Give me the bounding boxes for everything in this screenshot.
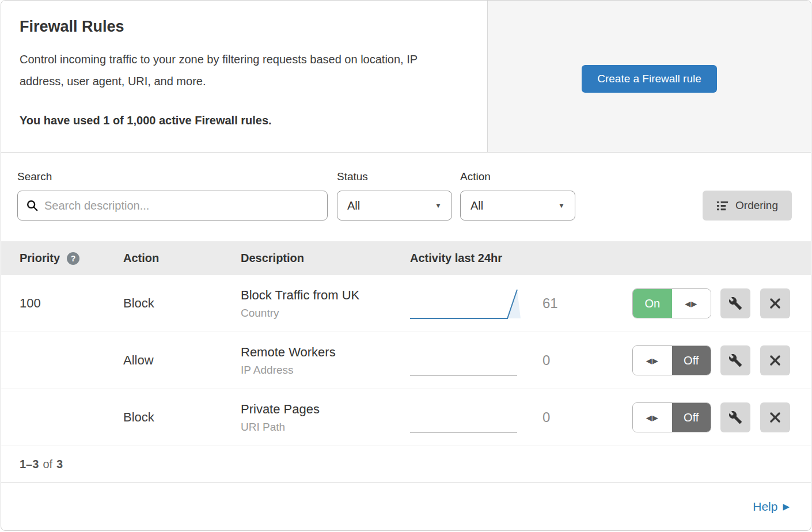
action-select[interactable]: All ▼ bbox=[460, 191, 575, 221]
activity-count: 61 bbox=[542, 295, 558, 311]
firewall-rules-page: Firewall Rules Control incoming traffic … bbox=[1, 0, 811, 531]
chevron-down-icon: ▼ bbox=[435, 202, 442, 210]
action-filter-group: Action All ▼ bbox=[460, 170, 575, 221]
usage-summary: You have used 1 of 1,000 active Firewall… bbox=[20, 114, 464, 127]
filter-bar: Search Status All ▼ Action All ▼ bbox=[1, 170, 811, 241]
description-cell: Private Pages URI Path bbox=[241, 402, 410, 434]
rule-match-type: IP Address bbox=[241, 364, 410, 377]
activity-count: 0 bbox=[542, 409, 550, 425]
action-cell: Allow bbox=[123, 353, 241, 368]
toggle-drag-handle-icon: ◂▸ bbox=[633, 346, 672, 375]
pagination-of-label: of bbox=[43, 458, 52, 471]
search-input[interactable] bbox=[44, 199, 319, 212]
row-controls: On ◂▸ bbox=[632, 288, 790, 318]
pagination-total: 3 bbox=[56, 458, 63, 471]
pagination-bar: 1–3 of 3 bbox=[1, 446, 811, 483]
page-header: Firewall Rules Control incoming traffic … bbox=[1, 1, 811, 153]
page-description: Control incoming traffic to your zone by… bbox=[20, 48, 464, 92]
rule-description: Block Traffic from UK bbox=[241, 288, 410, 303]
table-row: 100 Block Block Traffic from UK Country … bbox=[1, 275, 811, 332]
column-header-priority: Priority ? bbox=[20, 252, 123, 265]
priority-header-label: Priority bbox=[20, 252, 60, 265]
help-link[interactable]: Help ▶ bbox=[753, 500, 790, 514]
toggle-state-label: Off bbox=[672, 346, 711, 375]
column-header-activity: Activity last 24hr bbox=[410, 252, 790, 265]
table-header: Priority ? Action Description Activity l… bbox=[1, 241, 811, 275]
toggle-drag-handle-icon: ◂▸ bbox=[633, 403, 672, 432]
create-firewall-rule-button[interactable]: Create a Firewall rule bbox=[582, 65, 717, 93]
wrench-icon bbox=[728, 297, 742, 310]
toggle-state-label: Off bbox=[672, 403, 711, 432]
status-selected-value: All bbox=[347, 199, 360, 212]
priority-help-icon[interactable]: ? bbox=[67, 252, 79, 265]
close-icon bbox=[769, 411, 781, 424]
action-selected-value: All bbox=[470, 199, 483, 212]
description-cell: Block Traffic from UK Country bbox=[241, 288, 410, 320]
toggle-state-label: On bbox=[633, 289, 672, 318]
status-select[interactable]: All ▼ bbox=[337, 191, 452, 221]
rule-description: Remote Workers bbox=[241, 345, 410, 360]
search-box[interactable] bbox=[17, 191, 328, 221]
arrow-right-icon: ▶ bbox=[783, 501, 790, 512]
rule-match-type: Country bbox=[241, 307, 410, 320]
close-icon bbox=[769, 297, 781, 310]
description-cell: Remote Workers IP Address bbox=[241, 345, 410, 377]
action-cell: Block bbox=[123, 296, 241, 311]
edit-rule-button[interactable] bbox=[720, 345, 750, 375]
activity-count: 0 bbox=[542, 352, 550, 368]
priority-cell: 100 bbox=[20, 296, 123, 311]
rule-description: Private Pages bbox=[241, 402, 410, 417]
activity-cell: 61 bbox=[410, 287, 632, 320]
help-link-label: Help bbox=[753, 500, 777, 514]
search-filter-group: Search bbox=[17, 170, 328, 221]
rule-enable-toggle[interactable]: On ◂▸ bbox=[632, 288, 711, 318]
ordering-button-label: Ordering bbox=[735, 199, 778, 212]
activity-sparkline bbox=[410, 287, 525, 320]
action-cell: Block bbox=[123, 410, 241, 425]
row-controls: Off ◂▸ bbox=[632, 345, 790, 375]
table-row: Block Private Pages URI Path 0 Off ◂▸ bbox=[1, 389, 811, 446]
chevron-down-icon: ▼ bbox=[558, 202, 565, 210]
status-label: Status bbox=[337, 170, 452, 183]
rule-enable-toggle[interactable]: Off ◂▸ bbox=[632, 345, 711, 375]
close-icon bbox=[769, 354, 781, 367]
pagination-range: 1–3 bbox=[20, 458, 39, 471]
row-controls: Off ◂▸ bbox=[632, 402, 790, 432]
edit-rule-button[interactable] bbox=[720, 402, 750, 432]
activity-cell: 0 bbox=[410, 344, 632, 377]
search-label: Search bbox=[17, 170, 328, 183]
action-label: Action bbox=[460, 170, 575, 183]
rule-enable-toggle[interactable]: Off ◂▸ bbox=[632, 402, 711, 432]
search-icon bbox=[26, 199, 39, 212]
column-header-action: Action bbox=[123, 252, 241, 265]
delete-rule-button[interactable] bbox=[760, 402, 790, 432]
edit-rule-button[interactable] bbox=[720, 288, 750, 318]
page-header-action-panel: Create a Firewall rule bbox=[488, 1, 811, 152]
help-bar: Help ▶ bbox=[1, 483, 811, 530]
delete-rule-button[interactable] bbox=[760, 288, 790, 318]
ordered-list-icon bbox=[716, 200, 728, 212]
status-filter-group: Status All ▼ bbox=[337, 170, 452, 221]
page-header-text: Firewall Rules Control incoming traffic … bbox=[1, 1, 488, 152]
page-title: Firewall Rules bbox=[20, 18, 464, 36]
table-row: Allow Remote Workers IP Address 0 Off ◂▸ bbox=[1, 332, 811, 389]
wrench-icon bbox=[728, 411, 742, 424]
rule-match-type: URI Path bbox=[241, 421, 410, 434]
activity-sparkline bbox=[410, 401, 525, 434]
column-header-description: Description bbox=[241, 252, 410, 265]
delete-rule-button[interactable] bbox=[760, 345, 790, 375]
activity-sparkline bbox=[410, 344, 525, 377]
ordering-button[interactable]: Ordering bbox=[703, 191, 792, 221]
wrench-icon bbox=[728, 354, 742, 367]
toggle-drag-handle-icon: ◂▸ bbox=[672, 289, 711, 318]
activity-cell: 0 bbox=[410, 401, 632, 434]
